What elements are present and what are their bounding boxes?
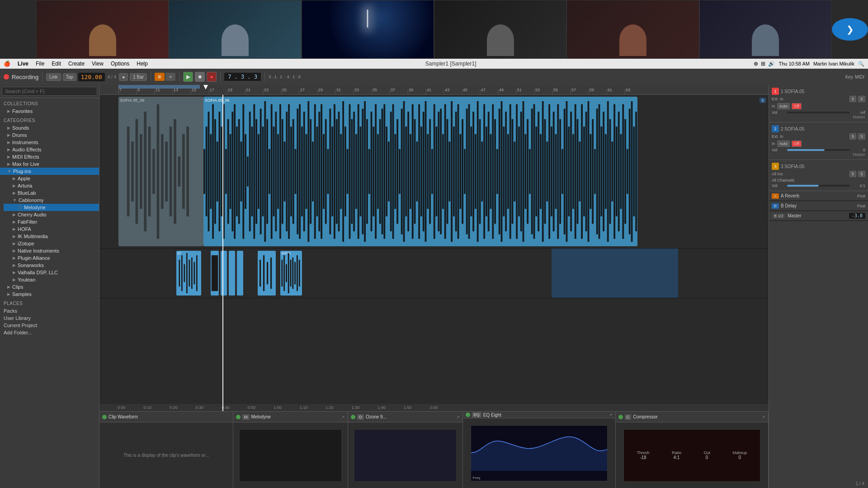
sidebar-item-plugins[interactable]: ▼ Plug-ins [0, 168, 99, 175]
sidebar-plugin-fabfilter[interactable]: ▶ FabFilter [4, 218, 99, 225]
search-icon[interactable]: 🔍 [858, 61, 864, 67]
sidebar-search-container [0, 85, 99, 98]
sidebar-plugin-pa[interactable]: ▶ Plugin Alliance [4, 254, 99, 262]
key-label[interactable]: Key [845, 75, 853, 80]
sidebar-place-current-project[interactable]: Current Project [0, 322, 99, 329]
tempo-display[interactable]: 120.00 [78, 73, 105, 81]
play-button[interactable]: ▶ [183, 72, 193, 82]
svg-rect-264 [618, 112, 620, 231]
ch2-s-btn[interactable]: S [858, 133, 865, 140]
menu-create[interactable]: Create [68, 61, 85, 67]
session-button[interactable]: ≡ [165, 73, 175, 81]
sidebar-plugin-youlean[interactable]: ▶ Youlean [4, 276, 99, 283]
svg-rect-223 [529, 149, 531, 194]
metronome-button[interactable]: ● [119, 73, 128, 81]
sidebar-item-sounds[interactable]: ▶ Sounds [0, 124, 99, 131]
ch2-5-btn[interactable]: 5 [849, 133, 856, 140]
master-btn[interactable]: B 1/2 [772, 213, 786, 219]
sidebar-place-packs[interactable]: Packs [0, 307, 99, 314]
ch1-fader-bar[interactable] [787, 112, 850, 113]
ch1-s-btn[interactable]: S [858, 96, 865, 102]
ch1-off-btn[interactable]: Off [792, 103, 802, 109]
master-volume[interactable]: -3.0 [849, 213, 865, 219]
menu-live[interactable]: Live [18, 61, 28, 67]
sidebar-plugin-melodyne[interactable]: 🎵 Melodyne [4, 204, 99, 211]
sidebar-place-user-library[interactable]: User Library [0, 314, 99, 322]
sidebar-item-midi-effects[interactable]: ▶ MIDI Effects [0, 153, 99, 160]
plugin-power-ozone [351, 415, 355, 419]
ch3-5-btn[interactable]: 5 [849, 171, 856, 177]
ch3-fader-bar[interactable] [787, 185, 850, 187]
svg-text:59: 59 [590, 88, 594, 92]
svg-rect-208 [496, 149, 498, 194]
svg-rect-159 [390, 112, 392, 231]
svg-rect-148 [366, 119, 368, 224]
small-clip-5[interactable] [237, 251, 243, 296]
quantize-select[interactable]: 1 Bar [130, 73, 147, 81]
small-clip-3[interactable] [221, 251, 227, 296]
menu-help[interactable]: Help [137, 61, 148, 67]
sidebar-plugin-apple[interactable]: ▶ Apple [4, 175, 99, 182]
sidebar-item-max[interactable]: ▶ Max for Live [0, 160, 99, 168]
stop-button[interactable]: ■ [195, 72, 205, 82]
sidebar-plugin-native[interactable]: ▶ Native Instruments [4, 247, 99, 254]
apple-menu[interactable]: 🍎 [4, 61, 10, 67]
arrangement-button[interactable]: ⊞ [155, 73, 165, 81]
midi-label[interactable]: MIDI [855, 75, 864, 80]
time-scrollbar[interactable]: 0:00 0:10 0:20 0:30 0:40 0:50 1:00 1:10 … [99, 404, 769, 411]
small-clip-6[interactable] [258, 251, 276, 296]
sidebar-item-samples[interactable]: ▶ Samples [0, 291, 99, 298]
ch1-auto-btn[interactable]: Auto [777, 103, 790, 109]
menu-file[interactable]: File [36, 61, 44, 67]
ch2-auto-btn[interactable]: Auto [777, 141, 790, 147]
channel-3-name: 3 3 SOFIA.05 [772, 163, 865, 170]
sidebar-plugin-sonarworks[interactable]: ▶ Sonarworks [4, 262, 99, 269]
svg-rect-195 [468, 104, 470, 239]
small-clip-2[interactable] [211, 251, 219, 296]
tap-button[interactable]: Tap [63, 73, 76, 81]
ozone-expand[interactable]: ↗ [456, 415, 460, 419]
sidebar-plugin-arturia[interactable]: ▶ Arturia [4, 182, 99, 189]
small-clip-4[interactable] [229, 251, 235, 296]
ch3-s-btn[interactable]: S [858, 171, 865, 177]
comp-expand[interactable]: ↗ [762, 415, 765, 419]
sidebar-plugin-hofa[interactable]: ▶ HOFA [4, 225, 99, 233]
melodyne-expand[interactable]: ↗ [341, 415, 345, 419]
sidebar-item-instruments[interactable]: ▶ Instruments [0, 139, 99, 146]
svg-rect-120 [306, 134, 307, 209]
ch1-5-btn[interactable]: 5 [849, 96, 856, 102]
loop-end[interactable]: 4 . 1 . 0 [287, 75, 301, 79]
search-input[interactable] [2, 87, 97, 96]
eq-expand[interactable]: ↗ [609, 413, 613, 417]
sidebar-plugin-bluelab[interactable]: ▶ BlueLab [4, 189, 99, 197]
sidebar-item-favorites[interactable]: ▶ Favorites [0, 108, 99, 115]
next-video-button[interactable]: ❯ [832, 18, 868, 41]
sidebar-item-drums[interactable]: ▶ Drums [0, 131, 99, 139]
loop-start[interactable]: 3 . 1 . 1 [269, 75, 282, 79]
menu-view[interactable]: View [92, 61, 104, 67]
main-clip[interactable]: SOFIA.05_06 [203, 97, 637, 246]
delay-btn[interactable]: B [772, 203, 779, 209]
svg-rect-203 [486, 127, 487, 216]
sidebar-item-audio-effects[interactable]: ▶ Audio Effects [0, 146, 99, 153]
menu-edit[interactable]: Edit [52, 61, 61, 67]
small-clip-7[interactable]: SOFIA [280, 251, 302, 296]
ch2-fader-bar[interactable] [787, 149, 850, 151]
sidebar-plugin-izotope[interactable]: ▶ iZotope [4, 240, 99, 247]
ch2-route: Master [772, 152, 865, 157]
video-thumb-2 [169, 0, 301, 59]
reverb-btn[interactable]: A [772, 193, 779, 199]
ch2-off-btn[interactable]: Off [792, 141, 802, 147]
sidebar-item-clips[interactable]: ▶ Clips [0, 283, 99, 291]
small-clip-1[interactable]: 2C [176, 251, 201, 296]
comp-display: Thresh -18 Ratio 4:1 Out 0 Makeup [623, 429, 760, 482]
sidebar-plugin-cablonomy[interactable]: ▼ Cablonomy [4, 197, 99, 204]
link-button[interactable]: Link [46, 73, 61, 81]
ch3-all-ins: All Ins [772, 172, 848, 176]
sidebar-place-add-folder[interactable]: Add Folder... [0, 329, 99, 336]
record-button[interactable]: ● [207, 72, 217, 82]
sidebar-plugin-ik[interactable]: ▶ IK Multimedia [4, 233, 99, 240]
sidebar-plugin-valhalla[interactable]: ▶ Valhalla DSP, LLC [4, 269, 99, 276]
menu-options[interactable]: Options [111, 61, 129, 67]
sidebar-plugin-cherry[interactable]: ▶ Cherry Audio [4, 211, 99, 218]
